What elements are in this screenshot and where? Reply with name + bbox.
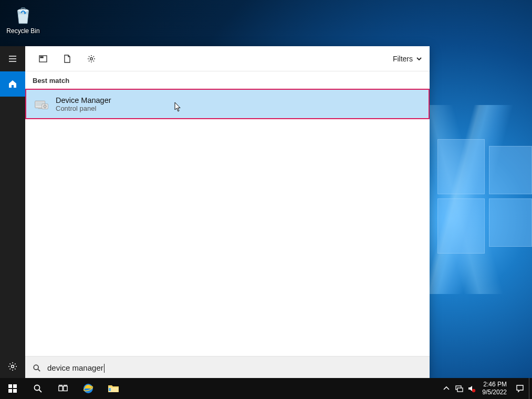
svg-rect-3	[40, 57, 43, 58]
system-tray: 2:46 PM 9/5/2022	[440, 378, 532, 399]
settings-gear-button[interactable]	[0, 354, 25, 379]
internet-explorer-button[interactable]	[76, 378, 101, 399]
hamburger-menu-button[interactable]	[0, 46, 25, 71]
svg-point-23	[472, 389, 475, 392]
settings-scope-icon[interactable]	[81, 48, 102, 69]
search-query-text: device manager	[47, 363, 103, 372]
result-subtitle: Control panel	[56, 104, 111, 112]
search-input[interactable]: device manager	[25, 356, 430, 379]
clock-time: 2:46 PM	[482, 381, 507, 388]
taskbar: 2:46 PM 9/5/2022	[0, 378, 532, 399]
svg-rect-13	[8, 389, 12, 393]
results-empty-area	[25, 119, 430, 356]
show-desktop-button[interactable]	[529, 378, 532, 399]
filters-label: Filters	[393, 55, 413, 63]
svg-point-1	[12, 365, 14, 368]
recycle-bin-icon[interactable]: Recycle Bin	[4, 4, 42, 35]
action-center-icon[interactable]	[511, 378, 529, 399]
network-icon[interactable]	[453, 378, 465, 399]
start-search-panel: Filters Best match Device Manager Contro…	[0, 46, 430, 379]
svg-rect-14	[13, 389, 17, 393]
taskbar-search-button[interactable]	[25, 378, 50, 399]
svg-point-10	[34, 365, 38, 370]
svg-rect-20	[109, 388, 111, 391]
search-icon	[33, 364, 41, 372]
search-toolbar: Filters	[25, 46, 430, 71]
file-explorer-button[interactable]	[101, 378, 126, 399]
svg-rect-16	[59, 386, 62, 391]
recycle-bin-label: Recycle Bin	[6, 27, 39, 35]
filters-dropdown[interactable]: Filters	[393, 55, 422, 63]
best-match-label: Best match	[25, 71, 430, 89]
chevron-down-icon	[416, 56, 422, 62]
svg-rect-12	[13, 384, 17, 388]
clock[interactable]: 2:46 PM 9/5/2022	[478, 381, 511, 396]
search-main: Filters Best match Device Manager Contro…	[25, 46, 430, 379]
svg-rect-17	[64, 386, 67, 391]
svg-rect-7	[38, 108, 42, 109]
search-result-item[interactable]: Device Manager Control panel	[25, 89, 430, 119]
search-sidebar	[0, 46, 25, 379]
svg-point-9	[44, 105, 47, 108]
device-manager-icon	[34, 96, 49, 112]
home-button[interactable]	[0, 71, 25, 97]
documents-scope-icon[interactable]	[57, 48, 78, 69]
result-title: Device Manager	[56, 96, 111, 104]
tray-up-arrow-icon[interactable]	[440, 378, 453, 399]
svg-point-4	[90, 57, 93, 60]
task-view-button[interactable]	[50, 378, 76, 399]
apps-scope-icon[interactable]	[33, 48, 54, 69]
start-button[interactable]	[0, 378, 25, 399]
svg-rect-11	[8, 384, 12, 388]
clock-date: 9/5/2022	[482, 388, 507, 396]
svg-point-15	[35, 385, 40, 391]
svg-rect-22	[457, 388, 463, 392]
volume-icon[interactable]	[465, 378, 478, 399]
